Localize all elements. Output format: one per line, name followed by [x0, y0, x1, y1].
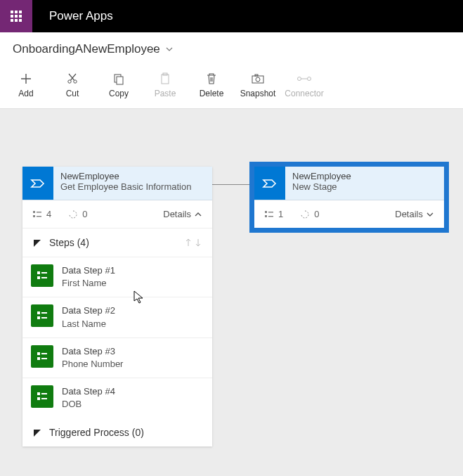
svg-rect-4 [162, 75, 169, 84]
snapshot-button[interactable]: Snapshot [235, 63, 281, 104]
title-bar: Power Apps [0, 0, 463, 32]
stage-name: New Stage [292, 181, 351, 192]
step-subtitle: First Name [62, 277, 115, 290]
data-step-icon [31, 345, 53, 368]
svg-rect-34 [268, 216, 273, 217]
connector-label: Connector [285, 89, 323, 98]
step-title: Data Step #4 [62, 385, 115, 398]
arrow-down-icon [194, 238, 202, 247]
list-icon [32, 210, 42, 219]
svg-point-1 [74, 80, 77, 83]
chevron-down-icon [426, 210, 434, 219]
data-step-icon [31, 304, 53, 327]
svg-rect-19 [37, 311, 40, 314]
svg-rect-22 [41, 317, 47, 319]
svg-rect-31 [265, 211, 267, 213]
stage-badge-icon [254, 167, 285, 200]
add-label: Add [18, 89, 33, 98]
connector-line [212, 184, 254, 185]
copy-button[interactable]: Copy [96, 63, 142, 104]
paste-icon [159, 72, 171, 85]
triangle-down-icon [32, 238, 42, 247]
svg-point-7 [256, 77, 260, 82]
svg-rect-13 [33, 215, 35, 217]
svg-rect-14 [37, 216, 41, 217]
toolbar: Add Cut Copy Paste Delete Snapshot Conne… [0, 63, 463, 108]
cycle-icon [300, 210, 310, 219]
stage-summary-row: 4 0 Details [22, 200, 212, 229]
scissors-icon [66, 72, 79, 85]
svg-rect-18 [41, 277, 47, 278]
step-title: Data Step #2 [62, 304, 115, 317]
svg-point-0 [68, 80, 71, 83]
waffle-icon [11, 11, 22, 22]
svg-rect-17 [37, 276, 40, 279]
branch-count: 0 [300, 209, 319, 219]
connector-icon [296, 75, 312, 83]
stage-card-get-employee-info[interactable]: NewEmployee Get Employee Basic Informati… [22, 167, 212, 446]
design-canvas[interactable]: NewEmployee Get Employee Basic Informati… [0, 109, 463, 476]
svg-rect-26 [41, 358, 47, 359]
app-title: Power Apps [32, 0, 113, 32]
stage-card-new-stage[interactable]: NewEmployee New Stage 1 0 Details [254, 167, 444, 228]
svg-rect-28 [41, 393, 47, 394]
svg-rect-30 [41, 398, 47, 399]
svg-rect-21 [37, 316, 40, 319]
svg-rect-20 [41, 312, 47, 314]
svg-rect-33 [265, 215, 267, 217]
chevron-down-icon [164, 44, 174, 54]
svg-rect-8 [255, 75, 258, 76]
data-step-icon [31, 264, 53, 287]
stage-card-header: NewEmployee Get Employee Basic Informati… [22, 167, 212, 200]
command-bar: OnboardingANewEmployee Add Cut Copy Past… [0, 32, 463, 109]
step-row[interactable]: Data Step #1 First Name [22, 257, 212, 297]
details-toggle[interactable]: Details [163, 209, 202, 219]
plus-icon [20, 72, 32, 85]
svg-rect-16 [41, 272, 47, 274]
delete-label: Delete [200, 89, 224, 98]
svg-rect-12 [37, 212, 41, 213]
app-launcher-button[interactable] [0, 0, 32, 32]
svg-rect-24 [41, 353, 47, 354]
step-title: Data Step #1 [62, 264, 115, 277]
triangle-down-icon [32, 427, 42, 437]
stage-card-header: NewEmployee New Stage [254, 167, 444, 200]
breadcrumb-label: OnboardingANewEmployee [13, 42, 160, 56]
breadcrumb[interactable]: OnboardingANewEmployee [0, 32, 463, 63]
snapshot-label: Snapshot [240, 89, 276, 98]
delete-button[interactable]: Delete [188, 63, 235, 104]
stage-summary-row: 1 0 Details [254, 200, 444, 228]
data-step-icon [31, 385, 53, 408]
svg-rect-27 [37, 392, 40, 395]
svg-point-9 [298, 77, 301, 81]
step-row[interactable]: Data Step #4 DOB [22, 378, 212, 418]
svg-rect-25 [37, 357, 40, 360]
stage-name: Get Employee Basic Information [60, 181, 191, 192]
svg-rect-23 [37, 352, 40, 355]
svg-rect-32 [268, 212, 273, 213]
camera-icon [251, 73, 265, 84]
arrow-up-icon [184, 238, 193, 247]
add-button[interactable]: Add [3, 63, 49, 104]
svg-rect-3 [117, 77, 123, 84]
copy-icon [112, 72, 125, 85]
paste-button[interactable]: Paste [142, 63, 188, 104]
chevron-up-icon [194, 210, 202, 219]
svg-rect-15 [37, 271, 40, 274]
steps-section-header[interactable]: Steps (4) [22, 229, 212, 257]
step-row[interactable]: Data Step #2 Last Name [22, 297, 212, 337]
stage-entity-name: NewEmployee [60, 171, 191, 181]
connector-button[interactable]: Connector [281, 63, 327, 104]
svg-rect-29 [37, 397, 40, 400]
stage-entity-name: NewEmployee [292, 171, 351, 181]
step-title: Data Step #3 [62, 345, 123, 358]
step-subtitle: Last Name [62, 318, 115, 330]
triggered-process-section-header[interactable]: Triggered Process (0) [22, 418, 212, 446]
details-toggle[interactable]: Details [395, 209, 434, 219]
paste-label: Paste [155, 89, 176, 98]
step-row[interactable]: Data Step #3 Phone Number [22, 338, 212, 378]
svg-rect-11 [33, 211, 35, 213]
trash-icon [205, 72, 218, 85]
cut-button[interactable]: Cut [49, 63, 96, 104]
steps-count: 4 [32, 209, 51, 219]
